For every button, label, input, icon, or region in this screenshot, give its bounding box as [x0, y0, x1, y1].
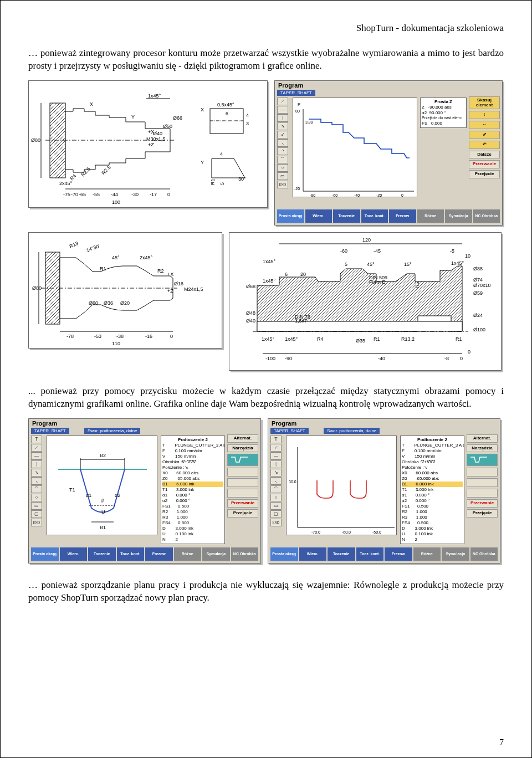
- alternat-button[interactable]: Alternat.: [227, 434, 258, 443]
- tool-icon[interactable]: ○: [31, 494, 42, 501]
- accept-button[interactable]: Przejęcie: [227, 509, 258, 518]
- tool-icon[interactable]: T: [270, 436, 282, 443]
- arrow-diag-button[interactable]: ⤢: [469, 131, 500, 139]
- cnc-tab[interactable]: TAPER_SHAFT: [31, 428, 69, 434]
- bottom-btn[interactable]: Różne: [417, 209, 444, 223]
- bottom-btn[interactable]: Frezow: [385, 547, 412, 561]
- bottom-btn[interactable]: Tocz. kont.: [361, 209, 388, 223]
- end-icon[interactable]: END: [277, 181, 288, 188]
- tool-icon[interactable]: ↙: [277, 131, 288, 139]
- tool-icon[interactable]: ↘: [270, 469, 282, 477]
- tool-icon[interactable]: |: [277, 114, 288, 122]
- svg-text:P: P: [298, 102, 300, 107]
- cnc-tab[interactable]: TAPER_SHAFT: [270, 428, 309, 434]
- bottom-btn[interactable]: Wierc.: [60, 547, 88, 561]
- svg-text:0: 0: [167, 192, 170, 197]
- bottom-btn[interactable]: Toczenie: [328, 547, 355, 561]
- tool-icon[interactable]: ⌒: [270, 485, 282, 493]
- bottom-btn[interactable]: NC Obróbka: [473, 209, 500, 223]
- bottom-btn[interactable]: Symulacja: [445, 209, 472, 223]
- svg-text:T1: T1: [69, 487, 75, 493]
- arrow-h-button[interactable]: ↔: [469, 121, 500, 129]
- end-icon[interactable]: END: [270, 519, 282, 526]
- accept-button[interactable]: Przejęcie: [467, 509, 498, 518]
- tool-icon[interactable]: ▭: [31, 502, 42, 510]
- svg-text:-60: -60: [340, 248, 347, 254]
- tool-icon[interactable]: ⌒: [277, 156, 288, 163]
- svg-text:120: 120: [362, 237, 371, 243]
- arrow-v-button[interactable]: ↕: [469, 111, 500, 119]
- accept-button[interactable]: Przejęcie: [469, 170, 500, 178]
- bottom-btn[interactable]: Symulacja: [202, 547, 230, 561]
- tool-icon[interactable]: ○: [270, 494, 282, 501]
- tool-icon[interactable]: ◟: [270, 477, 282, 485]
- tool-icon[interactable]: ⌒: [31, 485, 42, 493]
- bottom-btn[interactable]: Różne: [174, 547, 202, 561]
- tool-icon[interactable]: ⟋: [277, 98, 288, 105]
- bottom-btn[interactable]: Tocz. kont.: [117, 547, 145, 561]
- tool-icon[interactable]: ○: [277, 164, 288, 172]
- tool-icon[interactable]: ↘: [277, 122, 288, 130]
- tools-button[interactable]: Narzędzia: [227, 444, 258, 453]
- bottom-btn[interactable]: NC Obróbka: [231, 547, 259, 561]
- bottom-btn[interactable]: Toczenie: [88, 547, 116, 561]
- cnc-title: Program: [278, 82, 303, 89]
- groove-icon-button[interactable]: [227, 454, 258, 466]
- tool-icon[interactable]: ⟋: [31, 444, 42, 452]
- tool-icon[interactable]: —: [31, 452, 42, 460]
- tool-icon[interactable]: T: [31, 436, 42, 443]
- tools-button[interactable]: Narzędzia: [467, 444, 498, 453]
- svg-rect-81: [257, 321, 462, 331]
- empty-button: [467, 468, 498, 477]
- bottom-btn[interactable]: Wierc.: [299, 547, 327, 561]
- tool-icon[interactable]: —: [277, 106, 288, 114]
- svg-text:Ø24: Ø24: [473, 313, 483, 318]
- bottom-btn[interactable]: Prosta okrąg: [31, 547, 59, 561]
- tool-icon[interactable]: ◝: [277, 147, 288, 155]
- svg-text:Ø50: Ø50: [163, 124, 172, 129]
- abort-button[interactable]: Przerwanie: [227, 499, 258, 508]
- cnc-screenshot-3: Program TAPER_SHAFT Swor. podtoczenia, d…: [268, 418, 500, 564]
- figure-row-2: Ø80 R13 14°30' 45° 2x45° R1 R2 Ø60 Ø36 Ø…: [28, 232, 504, 371]
- groove-icon-button[interactable]: [467, 454, 498, 466]
- bottom-btn[interactable]: Frezow: [389, 209, 416, 223]
- bottom-btn[interactable]: Toczenie: [333, 209, 360, 223]
- bottom-btn[interactable]: Prosta okrąg: [277, 209, 304, 223]
- bottom-btn[interactable]: Frezow: [145, 547, 173, 561]
- delete-element-button[interactable]: Skasuj element: [469, 96, 500, 110]
- tool-icon[interactable]: ▢: [270, 510, 282, 518]
- tool-icon[interactable]: ▭: [277, 172, 288, 180]
- svg-text:Ø74: Ø74: [473, 277, 483, 283]
- tool-icon[interactable]: |: [270, 460, 282, 468]
- bottom-btn[interactable]: Różne: [413, 547, 441, 561]
- bottom-btn[interactable]: Tocz. kont.: [356, 547, 384, 561]
- abort-button[interactable]: Przerwanie: [467, 499, 498, 508]
- cnc-title: Program: [272, 420, 296, 427]
- tool-icon[interactable]: ◟: [31, 477, 42, 485]
- tool-icon[interactable]: ▭: [270, 502, 282, 510]
- tool-icon[interactable]: ◟: [277, 139, 288, 147]
- bottom-btn[interactable]: Symulacja: [442, 547, 469, 561]
- tool-icon[interactable]: ▢: [31, 510, 42, 518]
- tool-icon[interactable]: |: [31, 460, 42, 468]
- bottom-btn[interactable]: Wierc.: [305, 209, 332, 223]
- svg-text:+Z: +Z: [148, 142, 154, 147]
- svg-text:B2: B2: [100, 453, 106, 458]
- abort-button[interactable]: Przerwanie: [469, 160, 500, 168]
- paragraph-3: … ponieważ sporządzanie planu pracy i pr…: [28, 579, 504, 605]
- undo-button[interactable]: ↶: [469, 141, 500, 149]
- tool-icon[interactable]: ⟋: [270, 444, 282, 452]
- svg-text:R13: R13: [69, 240, 79, 249]
- alternat-button[interactable]: Alternat.: [467, 434, 498, 443]
- bottom-btn[interactable]: NC Obróbka: [470, 547, 498, 561]
- svg-text:-8: -8: [444, 356, 449, 361]
- tool-icon[interactable]: —: [270, 452, 282, 460]
- param-row: T1 3.000 ink: [162, 487, 223, 493]
- svg-text:15°: 15°: [404, 262, 412, 267]
- bottom-btn[interactable]: Prosta okrąg: [270, 547, 298, 561]
- end-icon[interactable]: END: [31, 519, 42, 526]
- svg-text:0: 0: [170, 334, 173, 339]
- cnc-tab[interactable]: TAPER_SHAFT: [277, 90, 315, 96]
- more-button[interactable]: Dalsze: [469, 151, 500, 159]
- tool-icon[interactable]: ↘: [31, 469, 42, 477]
